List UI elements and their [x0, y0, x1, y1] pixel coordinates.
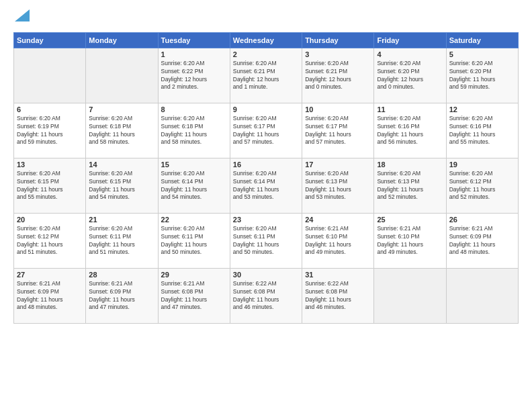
day-number: 25 — [377, 216, 443, 224]
week-row-2: 6Sunrise: 6:20 AM Sunset: 6:19 PM Daylig… — [14, 103, 519, 158]
day-info: Sunrise: 6:20 AM Sunset: 6:13 PM Dayligh… — [377, 170, 443, 202]
day-number: 2 — [233, 50, 299, 58]
day-number: 27 — [17, 271, 83, 279]
day-number: 7 — [89, 105, 154, 113]
day-cell: 30Sunrise: 6:22 AM Sunset: 6:08 PM Dayli… — [230, 268, 302, 323]
day-cell: 8Sunrise: 6:20 AM Sunset: 6:18 PM Daylig… — [158, 103, 230, 158]
day-number: 24 — [305, 216, 371, 224]
day-cell: 19Sunrise: 6:20 AM Sunset: 6:12 PM Dayli… — [446, 158, 518, 213]
day-number: 15 — [161, 161, 227, 169]
day-cell: 29Sunrise: 6:21 AM Sunset: 6:08 PM Dayli… — [158, 268, 230, 323]
day-number: 29 — [161, 271, 227, 279]
day-number: 5 — [449, 50, 515, 58]
logo-icon — [15, 9, 30, 21]
day-cell: 21Sunrise: 6:20 AM Sunset: 6:11 PM Dayli… — [86, 213, 158, 268]
day-cell: 31Sunrise: 6:22 AM Sunset: 6:08 PM Dayli… — [302, 268, 374, 323]
day-cell: 24Sunrise: 6:21 AM Sunset: 6:10 PM Dayli… — [302, 213, 374, 268]
day-number: 21 — [89, 216, 154, 224]
day-number: 10 — [305, 105, 371, 113]
col-header-wednesday: Wednesday — [230, 32, 302, 48]
day-cell — [374, 268, 446, 323]
day-cell: 2Sunrise: 6:20 AM Sunset: 6:21 PM Daylig… — [230, 48, 302, 103]
day-cell: 16Sunrise: 6:20 AM Sunset: 6:14 PM Dayli… — [230, 158, 302, 213]
week-row-1: 1Sunrise: 6:20 AM Sunset: 6:22 PM Daylig… — [14, 48, 519, 103]
day-number: 26 — [449, 216, 515, 224]
day-number: 3 — [305, 50, 371, 58]
day-number: 1 — [161, 50, 227, 58]
day-info: Sunrise: 6:20 AM Sunset: 6:22 PM Dayligh… — [161, 60, 227, 92]
day-info: Sunrise: 6:21 AM Sunset: 6:09 PM Dayligh… — [17, 280, 83, 312]
page: SundayMondayTuesdayWednesdayThursdayFrid… — [0, 0, 532, 411]
day-cell: 11Sunrise: 6:20 AM Sunset: 6:16 PM Dayli… — [374, 103, 446, 158]
day-number: 9 — [233, 105, 299, 113]
day-number: 31 — [305, 271, 371, 279]
day-info: Sunrise: 6:21 AM Sunset: 6:09 PM Dayligh… — [449, 225, 515, 257]
day-info: Sunrise: 6:20 AM Sunset: 6:12 PM Dayligh… — [17, 225, 83, 257]
week-row-4: 20Sunrise: 6:20 AM Sunset: 6:12 PM Dayli… — [14, 213, 519, 268]
day-info: Sunrise: 6:20 AM Sunset: 6:11 PM Dayligh… — [161, 225, 227, 257]
day-info: Sunrise: 6:20 AM Sunset: 6:20 PM Dayligh… — [377, 60, 443, 92]
day-number: 23 — [233, 216, 299, 224]
day-cell: 26Sunrise: 6:21 AM Sunset: 6:09 PM Dayli… — [446, 213, 518, 268]
day-number: 8 — [161, 105, 227, 113]
day-info: Sunrise: 6:21 AM Sunset: 6:10 PM Dayligh… — [305, 225, 371, 257]
day-info: Sunrise: 6:20 AM Sunset: 6:20 PM Dayligh… — [449, 60, 515, 92]
calendar-table: SundayMondayTuesdayWednesdayThursdayFrid… — [13, 32, 519, 324]
day-cell: 13Sunrise: 6:20 AM Sunset: 6:15 PM Dayli… — [14, 158, 86, 213]
day-number: 16 — [233, 161, 299, 169]
day-info: Sunrise: 6:20 AM Sunset: 6:17 PM Dayligh… — [233, 115, 299, 147]
day-info: Sunrise: 6:20 AM Sunset: 6:16 PM Dayligh… — [377, 115, 443, 147]
day-info: Sunrise: 6:21 AM Sunset: 6:10 PM Dayligh… — [377, 225, 443, 257]
header-row: SundayMondayTuesdayWednesdayThursdayFrid… — [14, 32, 519, 48]
day-number: 4 — [377, 50, 443, 58]
day-info: Sunrise: 6:20 AM Sunset: 6:18 PM Dayligh… — [89, 115, 154, 147]
day-info: Sunrise: 6:20 AM Sunset: 6:19 PM Dayligh… — [17, 115, 83, 147]
col-header-thursday: Thursday — [302, 32, 374, 48]
day-cell: 14Sunrise: 6:20 AM Sunset: 6:15 PM Dayli… — [86, 158, 158, 213]
day-info: Sunrise: 6:20 AM Sunset: 6:11 PM Dayligh… — [233, 225, 299, 257]
day-number: 22 — [161, 216, 227, 224]
header — [13, 12, 519, 26]
day-cell: 28Sunrise: 6:21 AM Sunset: 6:09 PM Dayli… — [86, 268, 158, 323]
day-cell: 22Sunrise: 6:20 AM Sunset: 6:11 PM Dayli… — [158, 213, 230, 268]
day-info: Sunrise: 6:21 AM Sunset: 6:08 PM Dayligh… — [161, 280, 227, 312]
svg-marker-0 — [15, 9, 30, 21]
day-info: Sunrise: 6:20 AM Sunset: 6:15 PM Dayligh… — [17, 170, 83, 202]
day-cell: 25Sunrise: 6:21 AM Sunset: 6:10 PM Dayli… — [374, 213, 446, 268]
day-number: 11 — [377, 105, 443, 113]
day-cell: 3Sunrise: 6:20 AM Sunset: 6:21 PM Daylig… — [302, 48, 374, 103]
logo — [13, 12, 30, 26]
day-info: Sunrise: 6:20 AM Sunset: 6:21 PM Dayligh… — [305, 60, 371, 92]
day-number: 19 — [449, 161, 515, 169]
day-cell: 7Sunrise: 6:20 AM Sunset: 6:18 PM Daylig… — [86, 103, 158, 158]
day-cell: 23Sunrise: 6:20 AM Sunset: 6:11 PM Dayli… — [230, 213, 302, 268]
col-header-saturday: Saturday — [446, 32, 518, 48]
day-info: Sunrise: 6:20 AM Sunset: 6:16 PM Dayligh… — [449, 115, 515, 147]
day-info: Sunrise: 6:20 AM Sunset: 6:18 PM Dayligh… — [161, 115, 227, 147]
day-info: Sunrise: 6:20 AM Sunset: 6:14 PM Dayligh… — [161, 170, 227, 202]
col-header-sunday: Sunday — [14, 32, 86, 48]
day-cell: 15Sunrise: 6:20 AM Sunset: 6:14 PM Dayli… — [158, 158, 230, 213]
day-cell: 27Sunrise: 6:21 AM Sunset: 6:09 PM Dayli… — [14, 268, 86, 323]
day-number: 17 — [305, 161, 371, 169]
day-number: 30 — [233, 271, 299, 279]
day-info: Sunrise: 6:20 AM Sunset: 6:11 PM Dayligh… — [89, 225, 154, 257]
day-number: 18 — [377, 161, 443, 169]
day-cell — [446, 268, 518, 323]
day-number: 12 — [449, 105, 515, 113]
day-info: Sunrise: 6:20 AM Sunset: 6:17 PM Dayligh… — [305, 115, 371, 147]
day-cell — [86, 48, 158, 103]
day-number: 13 — [17, 161, 83, 169]
week-row-5: 27Sunrise: 6:21 AM Sunset: 6:09 PM Dayli… — [14, 268, 519, 323]
week-row-3: 13Sunrise: 6:20 AM Sunset: 6:15 PM Dayli… — [14, 158, 519, 213]
day-cell: 9Sunrise: 6:20 AM Sunset: 6:17 PM Daylig… — [230, 103, 302, 158]
day-number: 20 — [17, 216, 83, 224]
col-header-monday: Monday — [86, 32, 158, 48]
day-info: Sunrise: 6:20 AM Sunset: 6:12 PM Dayligh… — [449, 170, 515, 202]
day-cell: 18Sunrise: 6:20 AM Sunset: 6:13 PM Dayli… — [374, 158, 446, 213]
day-cell: 1Sunrise: 6:20 AM Sunset: 6:22 PM Daylig… — [158, 48, 230, 103]
day-info: Sunrise: 6:20 AM Sunset: 6:21 PM Dayligh… — [233, 60, 299, 92]
day-cell: 6Sunrise: 6:20 AM Sunset: 6:19 PM Daylig… — [14, 103, 86, 158]
day-info: Sunrise: 6:21 AM Sunset: 6:09 PM Dayligh… — [89, 280, 154, 312]
day-info: Sunrise: 6:22 AM Sunset: 6:08 PM Dayligh… — [233, 280, 299, 312]
